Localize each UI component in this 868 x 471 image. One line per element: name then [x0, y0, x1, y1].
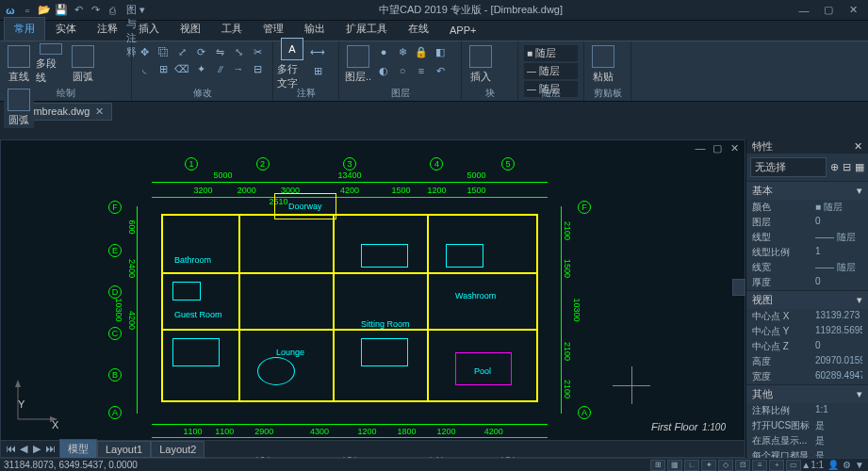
tab-tools[interactable]: 工具	[211, 17, 253, 41]
select-icon[interactable]: ▦	[855, 161, 864, 173]
tab-view[interactable]: 视图	[170, 17, 211, 41]
copy-icon[interactable]: ⿻	[155, 43, 172, 60]
props-group-header[interactable]: 视图▾	[746, 291, 868, 309]
redo-icon[interactable]: ↷	[89, 4, 102, 17]
props-row[interactable]: 打开UCS图标是	[746, 418, 868, 433]
layer-color-icon[interactable]: ◧	[432, 43, 449, 60]
paste-button[interactable]: 粘贴	[588, 43, 618, 85]
close-icon[interactable]: ✕	[842, 3, 864, 18]
quickselect-icon[interactable]: ⊕	[830, 161, 839, 173]
tab-online[interactable]: 在线	[398, 17, 439, 41]
props-row[interactable]: 宽度60289.4947	[746, 369, 868, 384]
layer-button[interactable]: 图层..	[343, 43, 373, 85]
tab-insert[interactable]: 插入	[128, 17, 170, 41]
tab-express[interactable]: 扩展工具	[336, 17, 398, 41]
layout-model[interactable]: 模型	[59, 439, 97, 459]
layer-freeze-icon[interactable]: ❄	[394, 43, 411, 60]
break-icon[interactable]: ⊟	[249, 60, 266, 77]
props-row[interactable]: 在原点显示...是	[746, 433, 868, 448]
expand-icon[interactable]: ▼	[855, 460, 864, 470]
panel-clipboard: 粘贴 剪贴板	[584, 41, 631, 101]
props-group-header[interactable]: 基本▾	[746, 182, 868, 200]
dim-icon[interactable]: ⟷	[309, 43, 326, 60]
pickadd-icon[interactable]: ⊟	[843, 161, 851, 173]
props-close-icon[interactable]: ✕	[854, 140, 862, 153]
app-icon[interactable]: ω	[4, 4, 17, 17]
tab-annotate[interactable]: 注释	[87, 17, 128, 41]
maximize-icon[interactable]: ▢	[817, 3, 840, 18]
props-row[interactable]: 厚度0	[746, 275, 868, 290]
layer-iso-icon[interactable]: ◐	[375, 62, 392, 79]
arc-button[interactable]: 圆弧	[68, 43, 98, 85]
props-row[interactable]: 线型—— 随层	[746, 230, 868, 245]
panel-layer: 图层.. ●❄🔒◧ ◐○≡↶ 图层	[339, 41, 462, 101]
props-row[interactable]: 中心点 Z0	[746, 339, 868, 354]
last-icon[interactable]: ⏭	[44, 443, 56, 455]
selection-dropdown[interactable]: 无选择	[750, 157, 827, 177]
scale-icon[interactable]: ⤡	[230, 43, 247, 60]
prop-value: 60289.4947	[815, 370, 862, 383]
props-row[interactable]: 中心点 Y11928.5695	[746, 324, 868, 339]
mirror-icon[interactable]: ⇋	[211, 43, 228, 60]
stretch-icon[interactable]: ⤢	[173, 43, 190, 60]
next-icon[interactable]: ▶	[31, 443, 42, 455]
array-icon[interactable]: ⊞	[155, 60, 172, 77]
print-icon[interactable]: ⎙	[106, 4, 119, 17]
props-row[interactable]: 注释比例1:1	[746, 403, 868, 418]
annoscale[interactable]: ▲1:1	[801, 460, 824, 470]
model-toggle[interactable]: ▭	[786, 460, 801, 471]
open-icon[interactable]: 📂	[38, 4, 51, 17]
tab-app[interactable]: APP+	[439, 20, 486, 41]
workspace-dropdown[interactable]: 二维草图与注释 ▾	[123, 4, 149, 17]
prev-icon[interactable]: ◀	[18, 443, 29, 455]
bylayer-lineweight[interactable]: — 随层	[524, 63, 578, 79]
osnap-toggle[interactable]: ◇	[718, 460, 733, 471]
layout-2[interactable]: Layout2	[151, 441, 205, 458]
new-icon[interactable]: ▫	[21, 4, 34, 17]
line-button[interactable]: 直线	[4, 43, 34, 85]
extend-icon[interactable]: →	[230, 60, 247, 77]
undo-icon[interactable]: ↶	[72, 4, 85, 17]
props-row[interactable]: 线型比例1	[746, 245, 868, 260]
lwt-toggle[interactable]: ≡	[752, 460, 767, 471]
move-icon[interactable]: ✥	[136, 43, 153, 60]
insert-button[interactable]: 插入	[466, 43, 496, 85]
props-row[interactable]: 颜色■ 随层	[746, 200, 868, 215]
ortho-toggle[interactable]: ∟	[684, 460, 699, 471]
layer-prev-icon[interactable]: ↶	[432, 62, 449, 79]
otrack-toggle[interactable]: ⊡	[735, 460, 750, 471]
config-icon[interactable]: ⚙	[843, 460, 851, 470]
props-row[interactable]: 中心点 X13139.273	[746, 309, 868, 324]
props-row[interactable]: 图层0	[746, 215, 868, 230]
polyline-button[interactable]: 多段线	[36, 43, 66, 85]
explode-icon[interactable]: ✦	[192, 60, 209, 77]
tab-home[interactable]: 常用	[4, 17, 45, 41]
layer-match-icon[interactable]: ≡	[413, 62, 430, 79]
palette-handle[interactable]	[732, 279, 745, 296]
layer-off-icon[interactable]: ○	[394, 62, 411, 79]
layout-1[interactable]: Layout1	[97, 441, 151, 458]
save-icon[interactable]: 💾	[55, 4, 68, 17]
props-row[interactable]: 线宽—— 随层	[746, 260, 868, 275]
props-group-header[interactable]: 其他▾	[746, 385, 868, 403]
props-row[interactable]: 高度20970.0159	[746, 354, 868, 369]
minimize-icon[interactable]: —	[793, 3, 815, 18]
polar-toggle[interactable]: ✦	[701, 460, 716, 471]
rotate-icon[interactable]: ⟳	[192, 43, 209, 60]
mtext-button[interactable]: A多行文字	[277, 43, 307, 85]
snap-toggle[interactable]: ⊞	[650, 460, 665, 471]
trim-icon[interactable]: ✂	[249, 43, 266, 60]
first-icon[interactable]: ⏮	[5, 443, 16, 455]
fillet-icon[interactable]: ◟	[136, 60, 153, 77]
drawing-canvas[interactable]: 1 2 3 4 5 5000 13400 5000 3200 2000 3000…	[1, 140, 745, 457]
offset-icon[interactable]: ⫽	[211, 60, 228, 77]
layer-on-icon[interactable]: ●	[375, 43, 392, 60]
dyn-toggle[interactable]: +	[769, 460, 784, 471]
erase-icon[interactable]: ⌫	[173, 60, 190, 77]
bylayer-color[interactable]: ■ 随层	[524, 45, 578, 61]
layer-lock-icon[interactable]: 🔒	[413, 43, 430, 60]
tab-solid[interactable]: 实体	[45, 17, 87, 41]
user-icon[interactable]: 👤	[827, 460, 839, 470]
table-icon[interactable]: ⊞	[309, 62, 326, 79]
grid-toggle[interactable]: ▦	[667, 460, 682, 471]
